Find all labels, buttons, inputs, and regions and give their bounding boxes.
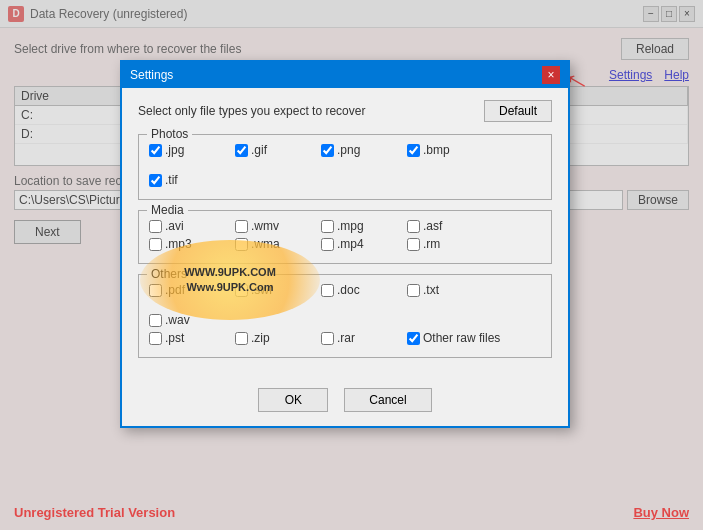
checkbox-avi[interactable]: .avi [149,219,219,233]
others-label: Others [147,267,191,281]
ok-button[interactable]: OK [258,388,328,412]
modal-footer: OK Cancel [122,380,568,426]
modal-description: Select only file types you expect to rec… [138,104,365,118]
checkbox-pst[interactable]: .pst [149,331,219,345]
checkbox-mp4[interactable]: .mp4 [321,237,391,251]
media-label: Media [147,203,188,217]
checkbox-png[interactable]: .png [321,143,391,157]
checkbox-tif[interactable]: .tif [149,173,219,187]
modal-title-bar: Settings × [122,62,568,88]
checkbox-wma[interactable]: .wma [235,237,305,251]
checkbox-wmv[interactable]: .wmv [235,219,305,233]
checkbox-rm[interactable]: .rm [407,237,477,251]
checkbox-mp3[interactable]: .mp3 [149,237,219,251]
checkbox-other-raw[interactable]: Other raw files [407,331,517,345]
checkbox-gif[interactable]: .gif [235,143,305,157]
settings-modal: Settings × Select only file types you ex… [120,60,570,428]
checkbox-asf[interactable]: .asf [407,219,477,233]
modal-close-button[interactable]: × [542,66,560,84]
checkbox-zip[interactable]: .zip [235,331,305,345]
checkbox-jpg[interactable]: .jpg [149,143,219,157]
others-group: Others .pdf .swf .doc .txt .wav .pst .zi… [138,274,552,358]
media-group: Media .avi .wmv .mpg .asf .mp3 .wma .mp4… [138,210,552,264]
checkbox-wav[interactable]: .wav [149,313,219,327]
cancel-button[interactable]: Cancel [344,388,431,412]
modal-overlay: Settings × Select only file types you ex… [0,0,703,530]
photos-group: Photos .jpg .gif .png .bmp .tif [138,134,552,200]
default-button[interactable]: Default [484,100,552,122]
modal-body: Select only file types you expect to rec… [122,88,568,380]
photos-label: Photos [147,127,192,141]
checkbox-mpg[interactable]: .mpg [321,219,391,233]
checkbox-pdf[interactable]: .pdf [149,283,219,297]
modal-top-row: Select only file types you expect to rec… [138,100,552,122]
others-row-2: .pst .zip .rar Other raw files [149,331,541,345]
checkbox-swf[interactable]: .swf [235,283,305,297]
other-raw-label: Other raw files [423,331,500,345]
checkbox-doc[interactable]: .doc [321,283,391,297]
checkbox-bmp[interactable]: .bmp [407,143,477,157]
photos-checkboxes: .jpg .gif .png .bmp .tif [149,143,541,187]
checkbox-rar[interactable]: .rar [321,331,391,345]
others-row-1: .pdf .swf .doc .txt .wav [149,283,541,327]
media-row-1: .avi .wmv .mpg .asf [149,219,541,233]
modal-title: Settings [130,68,173,82]
checkbox-txt[interactable]: .txt [407,283,477,297]
media-row-2: .mp3 .wma .mp4 .rm [149,237,541,251]
